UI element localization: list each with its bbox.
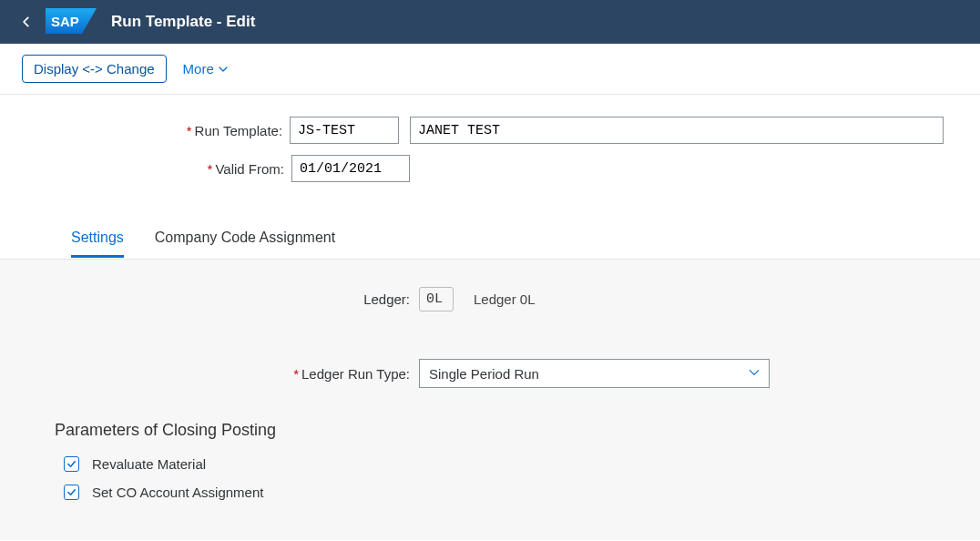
ledger-row: Ledger: 0L Ledger 0L	[55, 287, 925, 311]
closing-posting-heading: Parameters of Closing Posting	[55, 421, 925, 440]
set-co-label: Set CO Account Assignment	[92, 485, 263, 500]
form-area: *Run Template: *Valid From:	[0, 95, 980, 220]
valid-from-label: *Valid From:	[36, 161, 291, 177]
chevron-down-icon	[748, 366, 761, 382]
back-button[interactable]	[11, 12, 42, 33]
toolbar: Display <-> Change More	[0, 44, 980, 95]
check-icon	[66, 487, 77, 497]
run-template-code-input[interactable]	[290, 117, 399, 144]
tab-company-code-assignment[interactable]: Company Code Assignment	[155, 220, 335, 258]
ledger-run-type-value: Single Period Run	[429, 366, 539, 382]
ledger-run-type-row: *Ledger Run Type: Single Period Run	[55, 359, 925, 388]
revaluate-material-row: Revaluate Material	[64, 456, 925, 472]
ledger-code: 0L	[419, 287, 454, 311]
tab-settings[interactable]: Settings	[71, 220, 124, 258]
more-label: More	[183, 61, 214, 77]
display-change-button[interactable]: Display <-> Change	[22, 55, 167, 83]
sap-logo: SAP	[46, 8, 97, 36]
ledger-label: Ledger:	[55, 291, 419, 307]
chevron-down-icon	[218, 64, 229, 75]
run-template-desc-input[interactable]	[410, 117, 944, 144]
valid-from-row: *Valid From:	[36, 155, 944, 182]
tabs: Settings Company Code Assignment	[0, 220, 980, 259]
revaluate-material-checkbox[interactable]	[64, 456, 79, 472]
chevron-left-icon	[20, 15, 33, 28]
more-menu[interactable]: More	[183, 61, 229, 77]
check-icon	[66, 459, 77, 469]
run-template-label: *Run Template:	[36, 123, 290, 138]
set-co-checkbox[interactable]	[64, 485, 79, 500]
revaluate-material-label: Revaluate Material	[92, 456, 206, 472]
app-header: SAP Run Template - Edit	[0, 0, 980, 44]
set-co-row: Set CO Account Assignment	[64, 485, 925, 500]
settings-panel: Ledger: 0L Ledger 0L *Ledger Run Type: S…	[0, 259, 980, 540]
run-template-row: *Run Template:	[36, 117, 944, 144]
ledger-run-type-label: *Ledger Run Type:	[55, 366, 419, 382]
ledger-run-type-select[interactable]: Single Period Run	[419, 359, 770, 388]
ledger-desc: Ledger 0L	[474, 291, 536, 307]
svg-text:SAP: SAP	[51, 14, 79, 29]
page-title: Run Template - Edit	[111, 13, 255, 31]
valid-from-input[interactable]	[291, 155, 410, 182]
